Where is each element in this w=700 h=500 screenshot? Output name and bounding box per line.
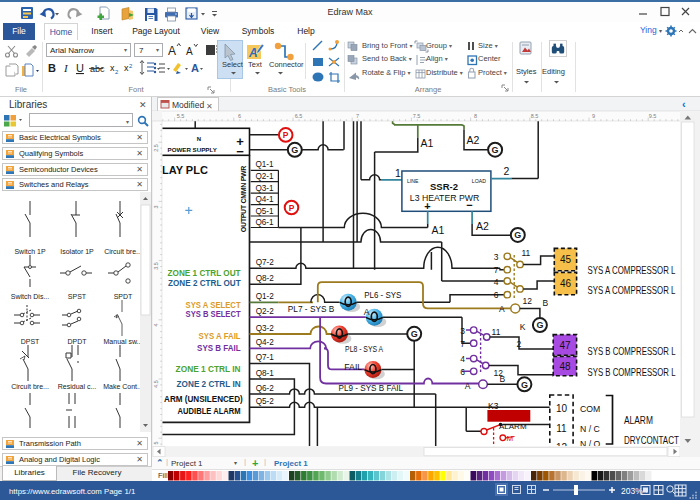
svg-text:Q1-1: Q1-1 bbox=[255, 160, 274, 169]
svg-text:7.5: 7.5 bbox=[413, 113, 421, 119]
svg-text:PL7 - SYS B: PL7 - SYS B bbox=[288, 304, 335, 314]
svg-text:K3: K3 bbox=[488, 401, 499, 411]
svg-text:ALARM: ALARM bbox=[624, 415, 653, 426]
svg-text:11: 11 bbox=[522, 248, 531, 258]
svg-text:7: 7 bbox=[494, 265, 499, 275]
svg-text:P: P bbox=[283, 130, 289, 140]
svg-text:3.5: 3.5 bbox=[153, 262, 159, 270]
svg-text:SYS B SELECT: SYS B SELECT bbox=[186, 308, 241, 319]
svg-text:B: B bbox=[543, 298, 549, 308]
svg-text:2: 2 bbox=[115, 69, 119, 75]
svg-text:LAY PLC: LAY PLC bbox=[162, 164, 208, 176]
svg-text:A2: A2 bbox=[476, 220, 489, 232]
svg-text:PL6 - SYS: PL6 - SYS bbox=[364, 290, 401, 300]
svg-text:8.5: 8.5 bbox=[531, 113, 539, 119]
svg-text:A1: A1 bbox=[432, 224, 445, 236]
svg-text:G: G bbox=[514, 230, 521, 240]
svg-text:1: 1 bbox=[395, 167, 401, 179]
svg-text:Q7-1: Q7-1 bbox=[256, 353, 275, 362]
svg-text:PL8 - SYS A: PL8 - SYS A bbox=[345, 344, 383, 354]
svg-text:N / C: N / C bbox=[580, 424, 600, 434]
svg-text:Q5-2: Q5-2 bbox=[256, 397, 275, 406]
svg-text:A: A bbox=[465, 381, 471, 391]
svg-text:B: B bbox=[48, 62, 56, 74]
svg-text:ZONE 2 CTRL OUT: ZONE 2 CTRL OUT bbox=[168, 277, 241, 288]
svg-text:203%: 203% bbox=[621, 486, 643, 496]
svg-text:ZONE 1 CTRL IN: ZONE 1 CTRL IN bbox=[176, 363, 241, 374]
svg-text:M: M bbox=[507, 434, 514, 443]
svg-text:Q4-2: Q4-2 bbox=[256, 338, 275, 347]
svg-text:A: A bbox=[186, 46, 193, 57]
svg-text:B: B bbox=[500, 374, 506, 384]
svg-text:9.5: 9.5 bbox=[649, 113, 657, 119]
svg-text:Modified: Modified bbox=[172, 100, 204, 110]
svg-text:10: 10 bbox=[556, 403, 568, 414]
svg-text:8: 8 bbox=[474, 113, 477, 119]
svg-text:Q2-1: Q2-1 bbox=[255, 172, 274, 181]
svg-text:Q3-2: Q3-2 bbox=[256, 324, 275, 333]
svg-text:46: 46 bbox=[560, 278, 572, 289]
svg-text:SYS B FAIL: SYS B FAIL bbox=[197, 342, 241, 353]
svg-text:5.5: 5.5 bbox=[177, 113, 185, 119]
svg-text:12: 12 bbox=[523, 296, 533, 306]
svg-text:Q8-1: Q8-1 bbox=[256, 369, 275, 378]
svg-text:2.5: 2.5 bbox=[153, 144, 159, 152]
svg-text:4: 4 bbox=[153, 323, 159, 326]
svg-text:P: P bbox=[289, 203, 295, 213]
svg-text:G: G bbox=[492, 145, 499, 155]
svg-text:−: − bbox=[466, 199, 472, 211]
svg-text:A: A bbox=[499, 304, 505, 314]
svg-text:A2: A2 bbox=[467, 134, 480, 146]
svg-text:A: A bbox=[248, 46, 258, 60]
svg-text:11: 11 bbox=[556, 423, 567, 434]
svg-text:Q2-2: Q2-2 bbox=[256, 307, 275, 316]
svg-text:A1: A1 bbox=[421, 137, 434, 149]
svg-text:FAIL: FAIL bbox=[344, 362, 362, 372]
svg-text:4: 4 bbox=[460, 354, 465, 364]
svg-text:5: 5 bbox=[153, 441, 159, 444]
svg-text:A: A bbox=[191, 62, 199, 74]
svg-text:Q5-1: Q5-1 bbox=[255, 207, 274, 216]
svg-text:SYS A COMPRESSOR L: SYS A COMPRESSOR L bbox=[588, 285, 676, 296]
svg-text:AUDIBLE ALARM: AUDIBLE ALARM bbox=[178, 405, 241, 416]
svg-text:Q6-2: Q6-2 bbox=[256, 384, 275, 393]
svg-text:Q1-2: Q1-2 bbox=[256, 292, 275, 301]
svg-text:4.5: 4.5 bbox=[153, 380, 159, 388]
svg-text:2: 2 bbox=[129, 63, 133, 69]
svg-text:G: G bbox=[521, 380, 528, 390]
svg-text:LOAD: LOAD bbox=[472, 178, 486, 184]
svg-text:−: − bbox=[236, 144, 244, 159]
svg-text:Q6-1: Q6-1 bbox=[255, 218, 274, 227]
svg-text:3: 3 bbox=[153, 205, 159, 208]
svg-text:N: N bbox=[197, 136, 201, 142]
svg-text:SSR-2: SSR-2 bbox=[430, 181, 458, 192]
svg-text:SYS A FAIL: SYS A FAIL bbox=[199, 330, 241, 341]
svg-text:DRYCONTACT: DRYCONTACT bbox=[624, 435, 680, 446]
svg-text:G: G bbox=[536, 320, 543, 330]
svg-text:PL9 - SYS B FAIL: PL9 - SYS B FAIL bbox=[339, 383, 404, 393]
svg-text:6: 6 bbox=[494, 290, 499, 300]
svg-text:2: 2 bbox=[504, 165, 510, 177]
svg-text:COM: COM bbox=[580, 404, 600, 414]
svg-text:U: U bbox=[76, 62, 84, 74]
svg-text:A: A bbox=[168, 44, 176, 58]
svg-text:Q4-1: Q4-1 bbox=[255, 195, 274, 204]
svg-text:G: G bbox=[411, 329, 418, 339]
svg-text:+: + bbox=[424, 200, 430, 212]
svg-text:✕: ✕ bbox=[206, 102, 213, 111]
svg-text:POWER SUPPLY: POWER SUPPLY bbox=[168, 146, 218, 153]
svg-text:A: A bbox=[364, 307, 370, 317]
svg-text:7: 7 bbox=[460, 339, 465, 349]
svg-text:3: 3 bbox=[494, 252, 499, 262]
svg-text:LINE: LINE bbox=[407, 178, 419, 184]
svg-text:6: 6 bbox=[238, 113, 241, 119]
svg-text:‹: ‹ bbox=[682, 98, 686, 110]
svg-text:6: 6 bbox=[460, 367, 465, 377]
svg-text:47: 47 bbox=[559, 340, 571, 351]
svg-text:3: 3 bbox=[460, 326, 465, 336]
svg-text:6.5: 6.5 bbox=[295, 113, 303, 119]
svg-text:Q7-2: Q7-2 bbox=[256, 258, 275, 267]
svg-text:9: 9 bbox=[592, 113, 595, 119]
svg-text:K: K bbox=[520, 322, 526, 332]
svg-text:ZONE 2 CTRL IN: ZONE 2 CTRL IN bbox=[177, 378, 241, 389]
